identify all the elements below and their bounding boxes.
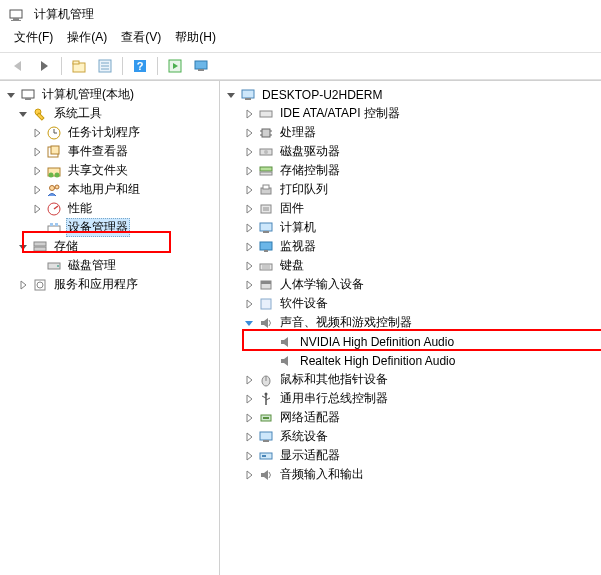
expand-icon[interactable] [242,126,256,140]
expand-icon[interactable] [30,183,44,197]
collapse-icon[interactable] [242,316,256,330]
expand-icon[interactable] [242,392,256,406]
device-node-computers[interactable]: 计算机 [222,218,599,237]
tree-label: 服务和应用程序 [52,276,140,293]
expand-icon[interactable] [242,240,256,254]
expand-icon[interactable] [242,449,256,463]
properties-button[interactable] [93,55,117,77]
device-node-computer[interactable]: DESKTOP-U2HDERM [222,85,599,104]
expand-icon[interactable] [242,221,256,235]
tree-node-systools[interactable]: 系统工具 [2,104,217,123]
device-node-monitors[interactable]: 监视器 [222,237,599,256]
expand-icon[interactable] [30,164,44,178]
wrench-icon [32,106,48,122]
svg-marker-111 [261,470,268,480]
collapse-icon[interactable] [224,88,238,102]
tree-node-disk-mgmt[interactable]: 磁盘管理 [2,256,217,275]
tree-node-event-viewer[interactable]: 事件查看器 [2,142,217,161]
collapse-icon[interactable] [16,107,30,121]
device-node-usb[interactable]: 通用串行总线控制器 [222,389,599,408]
device-node-processors[interactable]: 处理器 [222,123,599,142]
tree-node-services[interactable]: 服务和应用程序 [2,275,217,294]
monitor-button[interactable] [189,55,213,77]
menu-view[interactable]: 查看(V) [115,27,167,48]
up-button[interactable] [67,55,91,77]
tree-node-shared-folders[interactable]: 共享文件夹 [2,161,217,180]
device-node-network[interactable]: 网络适配器 [222,408,599,427]
svg-rect-0 [10,10,22,18]
svg-marker-37 [35,205,40,213]
device-node-keyboards[interactable]: 键盘 [222,256,599,275]
svg-marker-27 [35,148,40,156]
tree-node-task-scheduler[interactable]: 任务计划程序 [2,123,217,142]
expand-icon[interactable] [242,183,256,197]
expand-icon[interactable] [242,373,256,387]
device-node-firmware[interactable]: 固件 [222,199,599,218]
tree-node-root[interactable]: 计算机管理(本地) [2,85,217,104]
device-node-nvidia-audio[interactable]: NVIDIA High Definition Audio [222,332,599,351]
device-tree[interactable]: DESKTOP-U2HDERM IDE ATA/ATAPI 控制器 处理器 [222,85,599,484]
menu-help[interactable]: 帮助(H) [169,27,222,48]
device-node-mice[interactable]: 鼠标和其他指针设备 [222,370,599,389]
forward-button[interactable] [32,55,56,77]
device-label: 处理器 [278,124,318,141]
menu-action[interactable]: 操作(A) [61,27,113,48]
device-node-sound[interactable]: 声音、视频和游戏控制器 [222,313,599,332]
svg-marker-17 [7,93,15,98]
device-label: 软件设备 [278,295,330,312]
expand-icon[interactable] [30,202,44,216]
help-button[interactable]: ? [128,55,152,77]
expand-icon[interactable] [242,202,256,216]
device-node-storage-controllers[interactable]: 存储控制器 [222,161,599,180]
tree-label: 存储 [52,238,80,255]
expand-icon[interactable] [242,278,256,292]
svg-rect-76 [263,231,269,233]
storage-icon [32,239,48,255]
device-node-hid[interactable]: 人体学输入设备 [222,275,599,294]
device-label: Realtek High Definition Audio [298,354,457,368]
svg-rect-1 [13,18,19,20]
expand-icon[interactable] [242,145,256,159]
svg-point-35 [50,185,55,190]
svg-point-36 [55,185,59,189]
computer-small-icon [258,220,274,236]
tree-node-performance[interactable]: 性能 [2,199,217,218]
monitor-icon [258,239,274,255]
device-node-ide[interactable]: IDE ATA/ATAPI 控制器 [222,104,599,123]
expand-icon[interactable] [242,430,256,444]
device-node-system[interactable]: 系统设备 [222,427,599,446]
expand-icon[interactable] [242,259,256,273]
ide-icon [258,106,274,122]
tree-node-device-manager[interactable]: 设备管理器 [2,218,217,237]
svg-marker-23 [35,129,40,137]
device-node-software[interactable]: 软件设备 [222,294,599,313]
expand-icon[interactable] [242,468,256,482]
collapse-icon[interactable] [4,88,18,102]
svg-marker-20 [19,112,27,117]
expand-icon[interactable] [242,297,256,311]
event-icon [46,144,62,160]
device-node-print-queues[interactable]: 打印队列 [222,180,599,199]
device-node-display[interactable]: 显示适配器 [222,446,599,465]
svg-rect-41 [50,223,53,226]
expand-icon[interactable] [242,411,256,425]
device-manager-icon [46,220,62,236]
device-node-audio-io[interactable]: 音频输入和输出 [222,465,599,484]
menu-file[interactable]: 文件(F) [8,27,59,48]
refresh-button[interactable] [163,55,187,77]
expand-icon[interactable] [242,164,256,178]
tree-label: 性能 [66,200,94,217]
device-node-realtek-audio[interactable]: Realtek High Definition Audio [222,351,599,370]
toolbar: ? [0,52,601,80]
left-tree[interactable]: 计算机管理(本地) 系统工具 任务计划程序 [2,85,217,294]
tree-node-local-users[interactable]: 本地用户和组 [2,180,217,199]
device-node-disk-drives[interactable]: 磁盘驱动器 [222,142,599,161]
svg-rect-86 [261,281,271,284]
collapse-icon[interactable] [16,240,30,254]
tree-node-storage[interactable]: 存储 [2,237,217,256]
expand-icon[interactable] [242,107,256,121]
back-button[interactable] [6,55,30,77]
expand-icon[interactable] [30,145,44,159]
expand-icon[interactable] [16,278,30,292]
expand-icon[interactable] [30,126,44,140]
